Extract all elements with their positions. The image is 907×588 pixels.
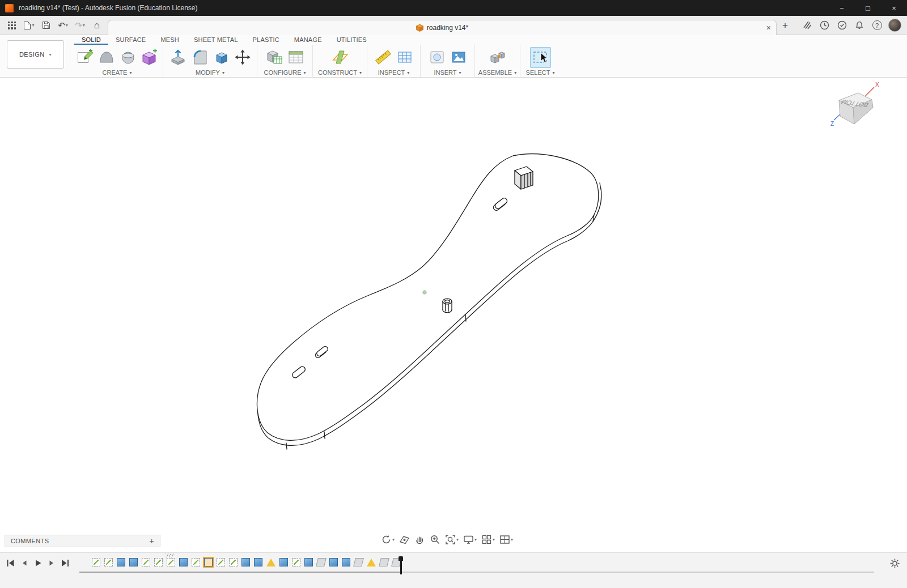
timeline-feature-box-icon[interactable] <box>179 558 188 566</box>
create-primitive-button[interactable] <box>139 47 160 68</box>
tab-sheet-metal[interactable]: SHEET METAL <box>187 35 245 45</box>
timeline-feature-sketch-icon[interactable] <box>292 558 300 566</box>
grid-settings-button[interactable]: ▾ <box>479 532 497 547</box>
timeline-feature-box-icon[interactable] <box>204 558 213 566</box>
document-tab[interactable]: roadking v14* × <box>108 20 777 35</box>
group-inspect-dropdown[interactable]: INSPECT▾ <box>378 69 410 76</box>
home-tab-button[interactable]: ⌂ <box>90 18 104 33</box>
timeline-feature-box-icon[interactable] <box>329 558 338 566</box>
caret-down-icon: ▾ <box>474 537 477 542</box>
tab-mesh[interactable]: MESH <box>153 35 187 45</box>
timeline-feature-plane-icon[interactable] <box>353 558 364 566</box>
timeline-feature-box-icon[interactable] <box>254 558 262 566</box>
timeline-feature-sketch-icon[interactable] <box>104 558 113 566</box>
step-forward-button[interactable] <box>45 557 57 568</box>
press-pull-button[interactable] <box>167 47 188 68</box>
timeline-feature-sketch-icon[interactable] <box>217 558 225 566</box>
sync-status-button[interactable] <box>836 19 848 32</box>
timeline-marker[interactable] <box>398 556 404 574</box>
group-modify-dropdown[interactable]: MODIFY▾ <box>196 69 224 76</box>
notifications-button[interactable] <box>853 19 866 32</box>
close-button[interactable]: × <box>881 0 907 16</box>
tab-plastic[interactable]: PLASTIC <box>245 35 287 45</box>
go-to-start-button[interactable] <box>5 557 16 568</box>
timeline-feature-sketch-icon[interactable] <box>192 558 200 566</box>
tab-manage[interactable]: MANAGE <box>287 35 329 45</box>
timeline-feature-plane-icon[interactable] <box>379 558 389 566</box>
orbit-button[interactable]: ▾ <box>379 532 397 547</box>
file-menu-button[interactable]: ▾ <box>22 18 36 33</box>
construct-plane-button[interactable] <box>329 47 350 68</box>
timeline-feature-plane-icon[interactable] <box>316 558 327 566</box>
undo-button[interactable]: ↶ ▾ <box>56 18 70 33</box>
go-to-end-button[interactable] <box>59 557 71 568</box>
measure-button[interactable] <box>372 47 393 68</box>
timeline-feature-sketch-icon[interactable] <box>229 558 238 566</box>
move-copy-button[interactable] <box>232 47 253 68</box>
caret-down-icon: ▾ <box>359 70 362 75</box>
pan-button[interactable] <box>412 532 427 547</box>
workspace-selector[interactable]: DESIGN ▾ <box>7 40 64 69</box>
fillet-button[interactable] <box>189 47 210 68</box>
timeline-track-remaining[interactable] <box>401 572 874 573</box>
user-avatar[interactable] <box>888 19 901 32</box>
group-select-dropdown[interactable]: SELECT▾ <box>526 69 555 76</box>
create-sketch-button[interactable] <box>74 47 95 68</box>
insert-decal-button[interactable] <box>426 47 447 68</box>
configuration-table-button[interactable] <box>285 47 306 68</box>
create-revolve-button[interactable] <box>117 47 138 68</box>
timeline-feature-box-icon[interactable] <box>342 558 350 566</box>
timeline-feature-sketch-icon[interactable] <box>142 558 150 566</box>
document-tab-close-icon[interactable]: × <box>766 23 771 33</box>
timeline-track-elapsed[interactable] <box>79 572 401 573</box>
timeline-feature-sketch-icon[interactable] <box>154 558 163 566</box>
tab-utilities[interactable]: UTILITIES <box>329 35 374 45</box>
comments-bar[interactable]: COMMENTS + <box>5 535 160 547</box>
app-launcher-button[interactable] <box>5 18 19 33</box>
zoom-button[interactable] <box>427 532 443 547</box>
group-construct-dropdown[interactable]: CONSTRUCT▾ <box>318 69 362 76</box>
timeline-feature-box-icon[interactable] <box>304 558 313 566</box>
z-axis-line <box>834 114 841 120</box>
cube-faces[interactable] <box>839 93 873 124</box>
create-form-button[interactable] <box>96 47 117 68</box>
display-settings-button[interactable]: ▾ <box>461 532 479 547</box>
assemble-joint-button[interactable] <box>487 47 508 68</box>
timeline-feature-box-icon[interactable] <box>279 558 288 566</box>
minimize-button[interactable]: − <box>829 0 855 16</box>
viewports-button[interactable]: ▾ <box>497 532 515 547</box>
job-status-button[interactable] <box>818 19 830 32</box>
timeline-feature-warning-icon[interactable] <box>266 559 276 566</box>
configure-button[interactable] <box>264 47 285 68</box>
preferences-button[interactable] <box>889 558 900 571</box>
view-cube[interactable]: X Z BOTTOM <box>829 80 881 135</box>
timeline-feature-box-icon[interactable] <box>129 558 138 566</box>
group-create-dropdown[interactable]: CREATE▾ <box>103 69 132 76</box>
timeline-feature-sketch-icon[interactable] <box>167 558 175 566</box>
fit-button[interactable]: ▾ <box>443 532 461 547</box>
insert-canvas-button[interactable] <box>448 47 469 68</box>
group-configure-dropdown[interactable]: CONFIGURE▾ <box>264 69 306 76</box>
tab-surface[interactable]: SURFACE <box>108 35 153 45</box>
group-assemble-dropdown[interactable]: ASSEMBLE▾ <box>478 69 516 76</box>
timeline-feature-warning-icon[interactable] <box>367 559 376 566</box>
combine-button[interactable] <box>210 47 231 68</box>
look-at-button[interactable] <box>397 532 412 547</box>
timeline-feature-box-icon[interactable] <box>117 558 125 566</box>
timeline-feature-sketch-icon[interactable] <box>92 558 100 566</box>
viewport-canvas[interactable] <box>0 78 907 552</box>
step-back-button[interactable] <box>18 557 30 568</box>
extensions-button[interactable] <box>800 19 813 32</box>
redo-button[interactable]: ↷ ▾ <box>73 18 87 33</box>
timeline-feature-box-icon[interactable] <box>241 558 250 566</box>
save-button[interactable] <box>39 18 53 33</box>
tab-solid[interactable]: SOLID <box>74 35 108 45</box>
play-button[interactable] <box>32 557 44 568</box>
group-insert-dropdown[interactable]: INSERT▾ <box>434 69 461 76</box>
new-tab-button[interactable]: + <box>777 18 794 33</box>
help-button[interactable]: ? <box>871 19 883 32</box>
origin-point[interactable] <box>423 291 426 294</box>
section-analysis-button[interactable] <box>394 47 415 68</box>
add-comment-button[interactable]: + <box>149 536 154 546</box>
maximize-button[interactable]: □ <box>855 0 881 16</box>
